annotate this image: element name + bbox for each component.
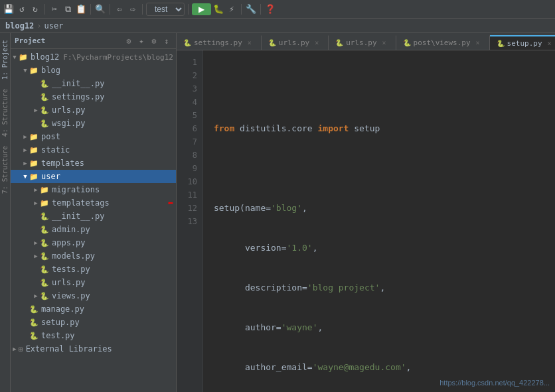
cut-icon[interactable]: ✂ bbox=[48, 3, 60, 15]
line-num-4: 4 bbox=[179, 96, 197, 109]
sep1 bbox=[44, 4, 45, 15]
user-models-icon: 🐍 bbox=[40, 252, 49, 261]
setup-tab-icon: 🐍 bbox=[497, 40, 505, 47]
urls2-tab-close[interactable]: × bbox=[380, 38, 389, 48]
tree-blog-folder[interactable]: ▼ 📁 blog bbox=[11, 64, 176, 77]
extlibs-icon: ⊞ bbox=[19, 345, 23, 354]
urls2-tab-label: urls.py bbox=[346, 38, 376, 47]
blog-settings-icon: 🐍 bbox=[40, 93, 49, 101]
tree-root[interactable]: ▼ 📁 blog12 F:\PycharmProjects\blog12 bbox=[11, 50, 176, 64]
blog-wsgi-label: wsgi.py bbox=[52, 119, 86, 128]
tree-manage[interactable]: 🐍 manage.py bbox=[11, 302, 176, 316]
views-expand-icon: ▶ bbox=[32, 292, 40, 300]
panel-star-icon[interactable]: ✦ bbox=[136, 36, 147, 46]
undo-icon[interactable]: ↺ bbox=[16, 3, 28, 15]
line-num-6: 6 bbox=[179, 122, 197, 135]
back-icon[interactable]: ⇦ bbox=[114, 3, 125, 15]
user-apps-icon: 🐍 bbox=[40, 239, 49, 247]
root-folder-icon: 📁 bbox=[19, 53, 28, 62]
tree-user-views[interactable]: ▶ 🐍 views.py bbox=[11, 289, 176, 302]
debug-icon[interactable]: 🐛 bbox=[212, 3, 224, 15]
line-num-8: 8 bbox=[179, 149, 197, 162]
coverage-icon[interactable]: ⚡ bbox=[226, 3, 238, 15]
templates-label: templates bbox=[41, 159, 84, 168]
tree-blog-wsgi[interactable]: 🐍 wsgi.py bbox=[11, 117, 176, 130]
settings-tab-close[interactable]: × bbox=[245, 38, 254, 48]
panel-gear-icon[interactable]: ⚙ bbox=[123, 36, 134, 46]
editor-area: 🐍 settings.py × 🐍 urls.py × 🐍 urls.py × … bbox=[177, 33, 555, 392]
sep7 bbox=[260, 4, 261, 15]
setup-tab-close[interactable]: × bbox=[545, 38, 554, 48]
project-indicator[interactable]: 1: Project bbox=[0, 36, 10, 84]
post-views-tab-close[interactable]: × bbox=[473, 38, 483, 48]
line-num-13: 13 bbox=[179, 215, 197, 228]
urls2-tab-icon: 🐍 bbox=[335, 39, 343, 46]
setup-label: setup.py bbox=[41, 318, 80, 327]
post-label: post bbox=[41, 132, 60, 141]
tree-user-init[interactable]: 🐍 __init__.py bbox=[11, 210, 176, 223]
tree-user-models[interactable]: ▶ 🐍 models.py bbox=[11, 249, 176, 263]
paste-icon[interactable]: 📋 bbox=[75, 3, 87, 15]
structure-indicator[interactable]: 4: Structure bbox=[0, 85, 10, 141]
favorites-indicator[interactable]: 7: Structure bbox=[0, 142, 10, 198]
vcs-icon[interactable]: 🔧 bbox=[245, 3, 257, 15]
manage-icon: 🐍 bbox=[29, 305, 39, 314]
tree-static-folder[interactable]: ▶ 📁 static bbox=[11, 143, 176, 157]
urls1-tab-label: urls.py bbox=[279, 38, 309, 47]
tab-urls1[interactable]: 🐍 urls.py × bbox=[262, 35, 329, 50]
urls1-tab-close[interactable]: × bbox=[312, 38, 321, 48]
run-button[interactable]: ▶ bbox=[192, 3, 211, 15]
models-expand-icon: ▶ bbox=[32, 252, 40, 260]
settings-tab-icon: 🐍 bbox=[183, 39, 191, 46]
tree-user-folder[interactable]: ▼ 📁 user bbox=[11, 170, 176, 183]
templatetags-folder-icon: 📁 bbox=[40, 199, 49, 208]
forward-icon[interactable]: ⇨ bbox=[127, 3, 139, 15]
tree-blog-settings[interactable]: 🐍 settings.py bbox=[11, 90, 176, 103]
blog-wsgi-icon: 🐍 bbox=[40, 119, 49, 128]
tree-post-folder[interactable]: ▶ 📁 post bbox=[11, 130, 176, 143]
help-icon[interactable]: ❓ bbox=[264, 3, 276, 15]
user-init-icon: 🐍 bbox=[40, 212, 49, 221]
run-config-select[interactable]: test bbox=[146, 3, 185, 16]
user-models-label: models.py bbox=[52, 251, 95, 261]
titlebar: blog12 › user bbox=[0, 19, 555, 33]
copy-icon[interactable]: ⧉ bbox=[62, 3, 74, 15]
tree-user-templatetags[interactable]: ▶ 📁 templatetags ⬅ bbox=[11, 196, 176, 210]
tree-user-tests[interactable]: 🐍 tests.py bbox=[11, 263, 176, 276]
post-expand-icon: ▶ bbox=[21, 133, 29, 141]
root-path: F:\PycharmProjects\blog12 bbox=[63, 53, 173, 62]
tree-external-libs[interactable]: ▶ ⊞ External Libraries bbox=[11, 342, 176, 356]
save-icon[interactable]: 💾 bbox=[3, 3, 15, 15]
code-line-8: author_email='wayne@magedu.com', bbox=[214, 361, 555, 374]
tree-user-apps[interactable]: ▶ 🐍 apps.py bbox=[11, 236, 176, 249]
tab-urls2[interactable]: 🐍 urls.py × bbox=[329, 35, 396, 50]
tree-templates-folder[interactable]: ▶ 📁 templates bbox=[11, 157, 176, 170]
code-editor[interactable]: 1 2 3 4 5 6 7 8 9 10 11 12 13 from distu… bbox=[177, 50, 555, 392]
tab-post-views[interactable]: 🐍 post\views.py × bbox=[396, 35, 490, 50]
redo-icon[interactable]: ↻ bbox=[29, 3, 41, 15]
panel-header-icons: ⚙ ✦ ⚙ ↕ bbox=[123, 36, 172, 46]
code-line-3 bbox=[214, 162, 555, 175]
user-tests-label: tests.py bbox=[52, 265, 90, 274]
panel-settings-icon[interactable]: ⚙ bbox=[149, 36, 159, 46]
project-panel: Project ⚙ ✦ ⚙ ↕ ▼ 📁 blog12 F:\PycharmPro… bbox=[11, 33, 177, 392]
tab-settings[interactable]: 🐍 settings.py × bbox=[177, 35, 262, 50]
tree-blog-urls[interactable]: ▶ 🐍 urls.py bbox=[11, 103, 176, 117]
code-line-4: setup(name='blog', bbox=[214, 202, 555, 215]
panel-sort-icon[interactable]: ↕ bbox=[161, 36, 172, 46]
cursor-hint: ⬅ bbox=[168, 198, 173, 208]
breadcrumb-sep: › bbox=[37, 21, 41, 31]
blog-init-icon: 🐍 bbox=[40, 80, 49, 88]
tab-setup[interactable]: 🐍 setup.py × bbox=[490, 35, 555, 50]
tree-user-urls[interactable]: 🐍 urls.py bbox=[11, 276, 176, 289]
tree-test[interactable]: 🐍 test.py bbox=[11, 329, 176, 342]
tree-user-migrations[interactable]: ▶ 📁 migrations bbox=[11, 183, 176, 196]
migrations-folder-icon: 📁 bbox=[40, 186, 49, 194]
code-content[interactable]: from distutils.core import setup setup(n… bbox=[203, 50, 555, 392]
tree-setup[interactable]: 🐍 setup.py bbox=[11, 316, 176, 329]
search-icon[interactable]: 🔍 bbox=[94, 3, 106, 15]
extlibs-label: External Libraries bbox=[26, 344, 112, 354]
tree-user-admin[interactable]: 🐍 admin.py bbox=[11, 223, 176, 236]
tree-blog-init[interactable]: 🐍 __init__.py bbox=[11, 77, 176, 90]
main-toolbar: 💾 ↺ ↻ ✂ ⧉ 📋 🔍 ⇦ ⇨ test ▶ 🐛 ⚡ 🔧 ❓ bbox=[0, 0, 555, 19]
